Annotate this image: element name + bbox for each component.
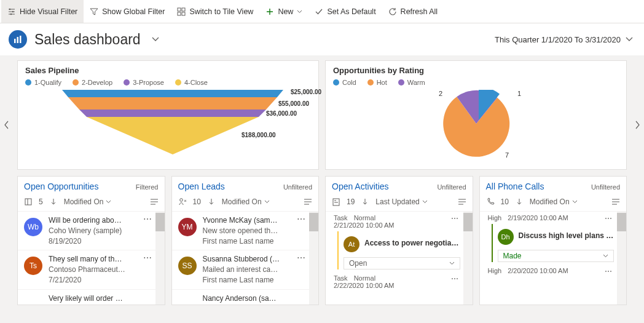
phonecall-item[interactable]: High 2/19/2020 10:00 AM ⋯ Dh Discuss hig… [480, 212, 627, 265]
list-item[interactable]: Very likely will order … [18, 290, 165, 305]
more-options[interactable]: ⋯ [297, 253, 306, 263]
svg-rect-9 [20, 36, 22, 43]
list-item[interactable]: Wb Will be ordering abo… Coho Winery (sa… [18, 212, 165, 250]
hide-visual-filter-button[interactable]: Hide Visual Filter [1, 0, 84, 23]
funnel-chart: $25,000.00 $55,000.00 $36,000.00 $188,00… [50, 90, 311, 158]
list-settings-icon[interactable] [611, 197, 620, 206]
activity-item[interactable]: Task Normal 2/22/2020 10:00 AM ⋯ [326, 272, 473, 292]
funnel-value-qualify: $25,000.00 [291, 89, 321, 95]
chevron-down-icon [297, 10, 302, 14]
toolbar-label: Switch to Tile View [189, 7, 253, 16]
toolbar-label: Refresh All [401, 7, 438, 16]
toolbar-label: Hide Visual Filter [20, 7, 77, 16]
record-count: 5 [39, 197, 43, 206]
svg-rect-7 [14, 39, 16, 43]
more-options[interactable]: ⋯ [143, 214, 152, 224]
svg-rect-4 [182, 8, 185, 11]
list-item[interactable]: Ts They sell many of th… Contoso Pharmac… [18, 250, 165, 289]
switch-tile-view-button[interactable]: Switch to Tile View [171, 0, 259, 23]
opportunities-rating-chart[interactable]: Opportunities by Rating Cold Hot Warm 1 [325, 60, 627, 170]
call-timestamp: 2/19/2020 10:00 AM [508, 214, 568, 221]
sort-field-selector[interactable]: Last Updated [375, 197, 427, 206]
toolbar-label: New [278, 7, 293, 16]
item-title: They sell many of th… [49, 254, 152, 265]
page-header: Sales dashboard This Quarter 1/1/2020 To… [0, 23, 644, 55]
toolbar-label: Show Global Filter [102, 7, 165, 16]
avatar: Dh [498, 229, 514, 245]
more-options[interactable]: ⋯ [605, 214, 613, 223]
avatar: Wb [24, 218, 42, 236]
sort-down-icon[interactable] [515, 197, 524, 206]
avatar: SS [178, 257, 197, 275]
activity-timestamp: 2/21/2020 10:00 AM [334, 221, 394, 229]
scroll-left-button[interactable] [1, 117, 12, 133]
entity-icon [178, 197, 187, 206]
set-default-button[interactable]: Set As Default [308, 0, 382, 23]
new-button[interactable]: New [259, 0, 308, 23]
list-settings-icon[interactable] [150, 197, 159, 206]
refresh-all-button[interactable]: Refresh All [382, 0, 444, 23]
sort-field-selector[interactable]: Modified On [222, 197, 270, 206]
call-priority: High [488, 214, 502, 221]
activity-item[interactable]: Task Normal 2/21/2020 10:00 AM ⋯ At Acce… [326, 212, 473, 272]
scroll-right-button[interactable] [632, 117, 643, 133]
list-item[interactable]: YM Yvonne McKay (sam… New store opened t… [172, 212, 319, 250]
legend-label: 2-Develop [82, 79, 112, 86]
more-options[interactable]: ⋯ [143, 253, 152, 263]
more-options[interactable]: ⋯ [451, 214, 459, 223]
sort-down-icon[interactable] [49, 197, 58, 206]
more-options[interactable]: ⋯ [297, 214, 306, 224]
card-title[interactable]: Open Activities [332, 181, 389, 191]
svg-marker-13 [87, 117, 259, 154]
list-settings-icon[interactable] [458, 197, 466, 206]
legend-label: 1-Qualify [34, 79, 61, 86]
svg-point-2 [10, 13, 12, 14]
card-filter-status: Filtered [136, 183, 159, 191]
funnel-value-close: $188,000.00 [242, 132, 276, 138]
call-timestamp: 2/20/2020 10:00 AM [508, 267, 568, 274]
chart-title: Opportunities by Rating [333, 66, 619, 75]
svg-marker-10 [62, 90, 283, 97]
list-settings-icon[interactable] [304, 197, 312, 206]
sales-pipeline-chart[interactable]: Sales Pipeline 1-Qualify 2-Develop 3-Pro… [17, 60, 319, 170]
chevron-down-icon [626, 37, 633, 42]
activity-priority: Normal [354, 214, 375, 221]
svg-rect-8 [17, 37, 19, 43]
open-opportunities-card: Open Opportunities Filtered 5 Modified O… [17, 176, 165, 305]
funnel-value-propose: $36,000.00 [266, 110, 297, 117]
date-range-selector[interactable]: This Quarter 1/1/2020 To 3/31/2020 [495, 35, 633, 44]
check-icon [315, 7, 323, 16]
item-title: Very likely will order … [49, 293, 152, 304]
card-title[interactable]: Open Opportunities [24, 181, 98, 191]
list-item[interactable]: SS Susanna Stubberod (… Mailed an intere… [172, 250, 319, 289]
svg-marker-12 [79, 110, 266, 117]
date-range-text: This Quarter 1/1/2020 To 3/31/2020 [495, 35, 621, 44]
show-global-filter-button[interactable]: Show Global Filter [84, 0, 171, 23]
list-item[interactable]: Nancy Anderson (sa… [172, 290, 319, 305]
svg-marker-11 [68, 97, 277, 110]
activity-timestamp: 2/22/2020 10:00 AM [334, 282, 394, 289]
open-activities-card: Open Activities Unfiltered 19 Last Updat… [325, 176, 473, 305]
record-count: 10 [193, 197, 201, 206]
activity-status-selector[interactable]: Open [344, 257, 460, 269]
more-options[interactable]: ⋯ [451, 274, 459, 283]
card-title[interactable]: Open Leads [178, 181, 225, 191]
chart-legend: Cold Hot Warm [333, 79, 619, 86]
svg-rect-5 [178, 12, 181, 15]
call-priority: High [488, 267, 502, 274]
sort-field-selector[interactable]: Modified On [530, 197, 578, 206]
card-filter-status: Unfiltered [437, 183, 466, 191]
view-selector[interactable] [152, 37, 159, 42]
item-title: Yvonne McKay (sam… [203, 215, 307, 226]
entity-icon [332, 197, 340, 206]
sort-field-selector[interactable]: Modified On [64, 197, 112, 206]
card-title[interactable]: All Phone Calls [486, 181, 544, 191]
sort-down-icon[interactable] [207, 197, 216, 206]
call-status-selector[interactable]: Made [498, 250, 615, 262]
sort-down-icon[interactable] [361, 197, 369, 206]
more-options[interactable]: ⋯ [605, 267, 613, 276]
pie-value-cold: 1 [517, 90, 521, 97]
funnel-icon [90, 7, 98, 16]
item-owner: First name Last name [203, 275, 307, 285]
phonecall-item[interactable]: High 2/20/2020 10:00 AM ⋯ [480, 265, 627, 277]
